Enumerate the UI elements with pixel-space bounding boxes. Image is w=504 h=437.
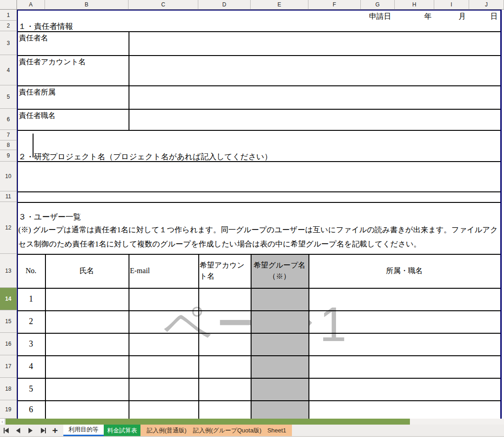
section1-title: １・責任者情報 — [18, 21, 73, 32]
table-header-affiliation: 所属・職名 — [308, 254, 500, 288]
horizontal-scrollbar[interactable]: ‹ — [0, 419, 504, 425]
row-header-18[interactable]: 18 — [0, 378, 17, 400]
sheet-tab-bar: + 利用目的等 料金試算表 記入例(普通版) 記入例(グループQuota版) S… — [0, 425, 504, 436]
row-header-11[interactable]: 11 — [0, 191, 17, 202]
table-header-no: No. — [17, 254, 45, 288]
horizontal-scrollbar-thumb[interactable] — [6, 419, 410, 425]
responsible-title-input-cell[interactable] — [129, 110, 500, 130]
sheet-area[interactable]: ページ1 申請日 年 月 日 １・責任者情報 責任者名 責任者アカウント名 責任… — [17, 10, 504, 419]
sheet-tab-sheet1[interactable]: Sheet1 — [262, 425, 292, 436]
row-header-4[interactable]: 4 — [0, 55, 17, 85]
row-header-16[interactable]: 16 — [0, 333, 17, 355]
table-row-number-2: 2 — [17, 310, 45, 333]
row-header-14-selected[interactable]: 14 — [0, 288, 17, 310]
last-sheet-button[interactable] — [41, 428, 47, 433]
sheet-tab-fee-estimate[interactable]: 料金試算表 — [104, 425, 140, 436]
sheet-navigation — [4, 425, 47, 436]
row-header-17[interactable]: 17 — [0, 355, 17, 378]
row-header-19[interactable]: 19 — [0, 400, 17, 419]
table-header-group: 希望グループ名（※） — [251, 254, 308, 288]
field-label-responsible-account: 責任者アカウント名 — [19, 57, 86, 67]
row-header-13[interactable]: 13 — [0, 254, 17, 288]
column-header-i[interactable]: I — [434, 0, 469, 10]
column-header-g[interactable]: G — [361, 0, 395, 10]
section3-title: ３・ユーザー一覧 — [18, 212, 81, 222]
column-header-j[interactable]: J — [469, 0, 504, 10]
day-label: 日 — [454, 12, 499, 22]
spreadsheet-window: A B C D E F G H I J 1 2 3 4 5 6 7 8 9 10… — [0, 0, 504, 437]
row-header-1[interactable]: 1 — [0, 10, 17, 21]
row-header-6[interactable]: 6 — [0, 109, 17, 130]
row-header-5[interactable]: 5 — [0, 85, 17, 109]
table-row-number-5: 5 — [17, 378, 45, 400]
field-label-responsible-affiliation: 責任者所属 — [19, 88, 56, 97]
column-header-b[interactable]: B — [45, 0, 129, 10]
row-header-2[interactable]: 2 — [0, 21, 17, 31]
row-header-8[interactable]: 8 — [0, 140, 17, 150]
project-name-input-cell[interactable] — [18, 162, 500, 191]
select-all-corner[interactable] — [0, 0, 17, 10]
table-row-number-1: 1 — [17, 288, 45, 310]
table-header-account: 希望アカウント名 — [198, 254, 251, 288]
column-header-e[interactable]: E — [251, 0, 308, 10]
section3-note: (※) グループは通常は責任者1名に対して１つ作られます。同一グループのユーザー… — [18, 223, 499, 251]
table-row-number-4: 4 — [17, 355, 45, 378]
next-sheet-button[interactable] — [28, 428, 35, 433]
table-row-number-6: 6 — [17, 400, 45, 419]
row-header-10[interactable]: 10 — [0, 162, 17, 191]
field-label-responsible-title: 責任者職名 — [19, 111, 56, 121]
responsible-affiliation-input-cell[interactable] — [129, 86, 500, 109]
scroll-left-button[interactable]: ‹ — [0, 419, 5, 425]
column-header-d[interactable]: D — [198, 0, 251, 10]
column-header-c[interactable]: C — [129, 0, 198, 10]
row-header-15[interactable]: 15 — [0, 310, 17, 333]
column-header-f[interactable]: F — [308, 0, 361, 10]
application-date-label: 申請日 — [347, 12, 393, 22]
sheet-tab-example-normal[interactable]: 記入例(普通版) — [140, 425, 193, 436]
table-header-name: 氏名 — [45, 254, 129, 288]
add-sheet-button[interactable]: + — [50, 425, 61, 436]
table-row-number-3: 3 — [17, 333, 45, 355]
previous-sheet-button[interactable] — [16, 428, 22, 433]
row-header-7[interactable]: 7 — [0, 130, 17, 140]
table-header-email: E-mail — [129, 254, 198, 288]
sheet-tabs: 利用目的等 料金試算表 記入例(普通版) 記入例(グループQuota版) She… — [63, 425, 292, 436]
responsible-account-input-cell[interactable] — [129, 56, 500, 85]
column-header-a[interactable]: A — [17, 0, 45, 10]
text-cursor — [33, 134, 34, 157]
first-sheet-button[interactable] — [4, 428, 10, 433]
page-border-right — [500, 10, 502, 419]
row-header-9[interactable]: 9 — [0, 150, 17, 162]
column-header-h[interactable]: H — [395, 0, 434, 10]
page-border-top — [17, 10, 501, 11]
user-table-body[interactable] — [46, 289, 500, 419]
sheet-tab-usage-purpose[interactable]: 利用目的等 — [63, 425, 104, 436]
responsible-name-input-cell[interactable] — [129, 32, 500, 55]
sheet-tab-example-group-quota[interactable]: 記入例(グループQuota版) — [193, 425, 262, 436]
row-header-12[interactable]: 12 — [0, 202, 17, 254]
field-label-responsible-name: 責任者名 — [19, 34, 48, 43]
row-header-3[interactable]: 3 — [0, 31, 17, 55]
section2-title: ２・研究プロジェクト名（プロジェクト名があれば記入してください） — [18, 151, 272, 162]
